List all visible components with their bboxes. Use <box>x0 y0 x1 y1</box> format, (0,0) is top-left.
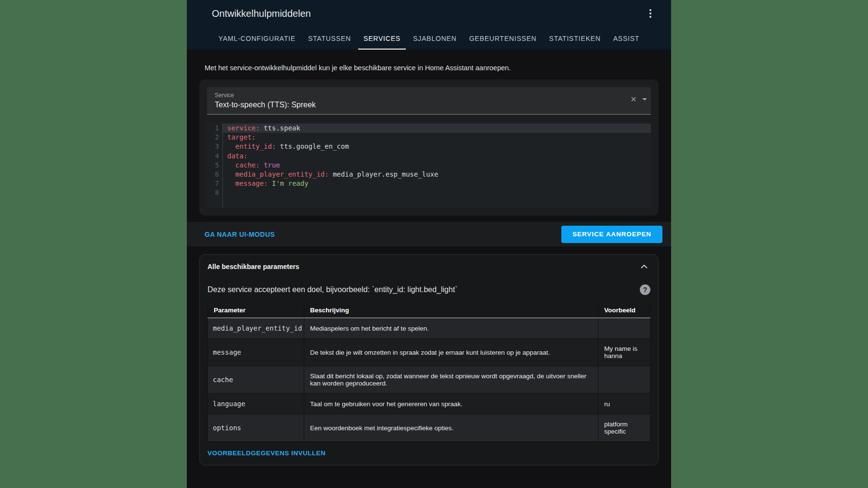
tab-sjablonen[interactable]: SJABLONEN <box>407 27 463 50</box>
code-line: target: <box>223 133 651 142</box>
intro-text: Met het service-ontwikkelhulpmiddel kun … <box>205 64 653 72</box>
clear-service-button[interactable]: ✕ <box>628 93 639 105</box>
tab-statistieken[interactable]: STATISTIEKEN <box>543 27 607 50</box>
example-cell <box>598 318 650 339</box>
go-to-ui-mode-link[interactable]: GA NAAR UI-MODUS <box>205 231 275 238</box>
description-cell: Mediaspelers om het bericht af te spelen… <box>304 318 598 339</box>
line-number-gutter: 12345678 <box>207 124 223 208</box>
parameters-card: Alle beschikbare parameters Deze service… <box>199 254 659 465</box>
table-row: cacheSlaat dit bericht lokaal op, zodat … <box>208 366 650 394</box>
service-picker[interactable]: Service Text-to-speech (TTS): Spreek ✕ <box>207 87 651 115</box>
line-number: 3 <box>207 142 219 151</box>
description-cell: Slaat dit bericht lokaal op, zodat wanne… <box>304 366 598 394</box>
example-cell: platform specific <box>598 414 650 442</box>
description-cell: Taal om te gebruiken voor het genereren … <box>304 394 598 414</box>
code-line: message: I'm ready <box>223 179 651 188</box>
kebab-menu-icon <box>649 9 651 18</box>
parameter-cell: media_player_entity_id <box>208 318 304 339</box>
line-number: 5 <box>207 161 219 170</box>
question-mark-icon: ? <box>643 286 648 294</box>
parameter-cell: cache <box>208 366 304 394</box>
target-hint-row: Deze service accepteert een doel, bijvoo… <box>207 284 650 295</box>
description-cell: De tekst die je wilt omzetten in spraak … <box>304 339 598 366</box>
parameters-table: Parameter Beschrijving Voorbeeld media_p… <box>207 304 650 442</box>
service-picker-label: Service <box>215 92 617 99</box>
column-header-beschrijving: Beschrijving <box>304 304 598 318</box>
description-cell: Een woordenboek met integratiespecifieke… <box>304 414 598 442</box>
fill-example-data-link[interactable]: VOORBEELDGEGEVENS INVULLEN <box>207 449 326 457</box>
collapse-button[interactable] <box>638 261 650 272</box>
code-line <box>223 188 651 197</box>
dropdown-toggle-button[interactable] <box>639 93 650 105</box>
line-number: 4 <box>207 152 219 161</box>
example-cell <box>598 366 650 394</box>
parameter-cell: message <box>208 339 304 366</box>
developer-tools-panel: Ontwikkelhulpmiddelen YAML-CONFIGURATIES… <box>187 0 671 488</box>
code-line: media_player_entity_id: media_player.esp… <box>223 170 651 179</box>
code-line: cache: true <box>223 161 651 170</box>
target-hint-text: Deze service accepteert een doel, bijvoo… <box>207 285 457 294</box>
title-bar: Ontwikkelhulpmiddelen <box>187 0 671 27</box>
example-cell: My name is hanna <box>598 339 650 366</box>
table-header-row: Parameter Beschrijving Voorbeeld <box>208 304 650 318</box>
yaml-editor[interactable]: 12345678 service: tts.speaktarget: entit… <box>207 122 651 208</box>
tab-statussen[interactable]: STATUSSEN <box>302 27 357 50</box>
main-content: Met het service-ontwikkelhulpmiddel kun … <box>187 64 671 465</box>
chevron-up-icon <box>641 265 648 269</box>
table-row: languageTaal om te gebruiken voor het ge… <box>208 394 650 414</box>
service-call-card: Service Text-to-speech (TTS): Spreek ✕ 1… <box>199 79 659 216</box>
page-title: Ontwikkelhulpmiddelen <box>212 8 311 19</box>
code-line: service: tts.speak <box>223 124 651 133</box>
line-number: 1 <box>207 124 219 133</box>
service-picker-value: Text-to-speech (TTS): Spreek <box>215 101 617 109</box>
overflow-menu-button[interactable] <box>642 4 659 23</box>
column-header-voorbeeld: Voorbeeld <box>598 304 650 318</box>
code-area: service: tts.speaktarget: entity_id: tts… <box>223 124 651 208</box>
tab-services[interactable]: SERVICES <box>357 27 407 50</box>
table-row: media_player_entity_idMediaspelers om he… <box>208 318 650 339</box>
help-button[interactable]: ? <box>640 284 650 295</box>
caret-down-icon <box>642 98 647 101</box>
tab-yaml-configuratie[interactable]: YAML-CONFIGURATIE <box>212 27 302 50</box>
screen-background: Ontwikkelhulpmiddelen YAML-CONFIGURATIES… <box>0 0 868 488</box>
tab-gebeurtenissen[interactable]: GEBEURTENISSEN <box>463 27 543 50</box>
parameters-title: Alle beschikbare parameters <box>207 263 299 270</box>
actions-bar: GA NAAR UI-MODUS SERVICE AANROEPEN <box>187 222 671 246</box>
close-icon: ✕ <box>630 95 636 104</box>
parameters-header[interactable]: Alle beschikbare parameters <box>207 261 650 272</box>
tab-assist[interactable]: ASSIST <box>607 27 646 50</box>
parameter-cell: options <box>208 414 304 442</box>
parameter-cell: language <box>208 394 304 414</box>
line-number: 7 <box>207 179 219 188</box>
app-header: Ontwikkelhulpmiddelen YAML-CONFIGURATIES… <box>187 0 671 50</box>
column-header-parameter: Parameter <box>208 304 304 318</box>
example-cell: ru <box>598 394 650 414</box>
call-service-button[interactable]: SERVICE AANROEPEN <box>561 226 662 243</box>
table-row: optionsEen woordenboek met integratiespe… <box>208 414 650 442</box>
code-line: entity_id: tts.google_en_com <box>223 142 651 151</box>
line-number: 6 <box>207 170 219 179</box>
table-row: messageDe tekst die je wilt omzetten in … <box>208 339 650 366</box>
code-line: data: <box>223 152 651 161</box>
line-number: 2 <box>207 133 219 142</box>
tab-bar: YAML-CONFIGURATIESTATUSSENSERVICESSJABLO… <box>187 27 671 50</box>
line-number: 8 <box>207 188 219 197</box>
